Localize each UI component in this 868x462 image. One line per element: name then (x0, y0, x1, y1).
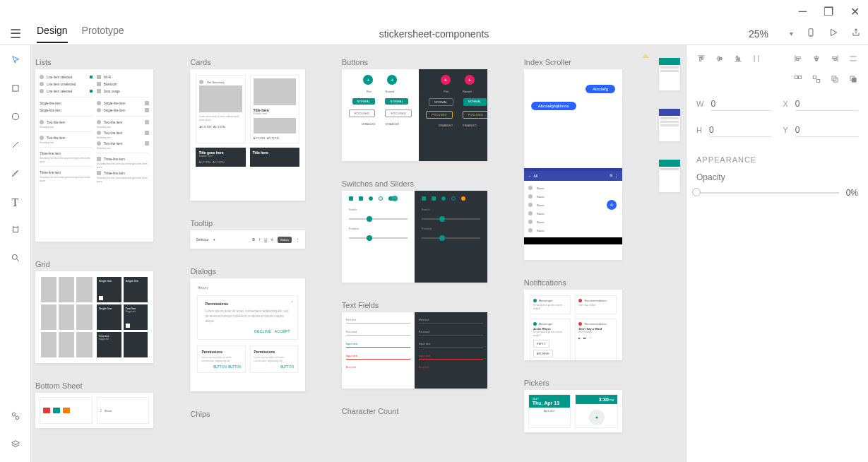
tab-prototype[interactable]: Prototype (82, 25, 124, 43)
svg-rect-40 (832, 76, 836, 81)
artboard-label-pickers[interactable]: Pickers (524, 379, 622, 387)
align-bottom-icon[interactable] (733, 54, 743, 66)
rectangle-tool-icon[interactable] (11, 83, 20, 96)
align-top-icon[interactable] (696, 54, 706, 66)
artboard-label-dialogs[interactable]: Dialogs (190, 267, 304, 276)
appearance-section-header: APPEARANCE (696, 155, 858, 164)
artboard-index-scroller[interactable]: Abcdefg Abcdefghijklmno ← All🔍 ⋮ Name Na… (524, 69, 622, 260)
layers-icon[interactable] (11, 439, 20, 452)
artboard-lists[interactable]: Line item selected Line item unselected … (35, 69, 153, 242)
design-canvas[interactable]: Lists Line item selected Line item unsel… (31, 45, 686, 462)
svg-rect-38 (813, 76, 816, 78)
svg-rect-33 (834, 59, 837, 61)
zoom-tool-icon[interactable] (11, 253, 20, 266)
opacity-value: 0% (846, 188, 858, 198)
artboard-label-index[interactable]: Index Scroller (524, 58, 622, 66)
properties-panel: W0 X0 H0 Y0 APPEARANCE Opacity 0% (686, 45, 868, 462)
window-maximize[interactable]: ❐ (824, 5, 833, 18)
svg-rect-22 (739, 58, 740, 61)
artboard-grid[interactable]: Single line Single line Single line Two … (35, 271, 153, 363)
ellipse-tool-icon[interactable] (11, 112, 20, 124)
svg-rect-36 (795, 76, 797, 78)
artboard-bottomsheet[interactable]: ⤴Share (35, 393, 153, 428)
artboard-switches[interactable]: Switch Position Switch Position (342, 191, 487, 283)
pen-tool-icon[interactable] (11, 168, 20, 181)
svg-rect-15 (700, 57, 701, 61)
subtract-icon[interactable] (830, 74, 840, 86)
artboard-dialogs[interactable]: History × Permissions Lorem ipsum dolor … (190, 278, 304, 391)
width-input[interactable]: 0 (711, 99, 771, 111)
svg-line-9 (16, 259, 18, 261)
opacity-slider[interactable] (696, 192, 839, 194)
window-close[interactable]: ✕ (850, 5, 860, 18)
artboard-tool-icon[interactable] (11, 225, 20, 237)
add-icon[interactable] (811, 74, 821, 86)
svg-rect-41 (833, 78, 838, 82)
height-input[interactable]: 0 (709, 125, 772, 137)
window-minimize[interactable]: ─ (799, 5, 807, 18)
align-hcenter-icon[interactable] (811, 54, 821, 66)
artboard-label-textfields[interactable]: Text Fields (342, 301, 487, 309)
svg-point-13 (595, 417, 598, 419)
artboard-mini-1[interactable] (659, 58, 680, 90)
svg-point-10 (12, 413, 16, 416)
svg-rect-37 (799, 76, 802, 78)
line-tool-icon[interactable] (11, 140, 20, 153)
artboard-cards[interactable]: The Summary Lorem ipsum dolor sit amet, … (190, 69, 304, 201)
artboard-mini-3[interactable] (659, 160, 680, 192)
svg-rect-21 (737, 57, 738, 61)
svg-rect-16 (702, 57, 703, 60)
artboard-textfields[interactable]: Hint text Focused Input text Input text … (342, 312, 487, 389)
artboard-label-cards[interactable]: Cards (190, 58, 304, 66)
distribute-v-icon[interactable] (751, 54, 761, 66)
distribute-h-icon[interactable] (848, 54, 858, 66)
svg-line-4 (12, 142, 18, 148)
align-right-icon[interactable] (830, 54, 840, 66)
align-vcenter-icon[interactable] (715, 54, 725, 66)
artboard-label-bottomsheet[interactable]: Bottom Sheet (35, 381, 153, 390)
device-preview-icon[interactable] (806, 28, 816, 40)
svg-rect-5 (13, 227, 18, 232)
artboard-label-tooltip[interactable]: Tooltip (190, 219, 304, 227)
artboard-label-buttons[interactable]: Buttons (342, 58, 487, 66)
share-icon[interactable] (851, 28, 861, 40)
svg-point-8 (12, 254, 17, 259)
zoom-dropdown[interactable]: 25% (749, 28, 793, 40)
artboard-tooltip[interactable]: Selector▾ B I U A Button ⋮ (190, 230, 304, 249)
artboard-label-notifications[interactable]: Notifications (524, 278, 622, 287)
align-left-icon[interactable] (793, 54, 803, 66)
svg-rect-32 (833, 57, 837, 59)
artboard-pickers[interactable]: 2017Thu, Apr 13 April 2017 3:30 PM (524, 390, 622, 432)
artboard-label-chips[interactable]: Chips (190, 410, 304, 418)
artboard-label-lists[interactable]: Lists (35, 58, 153, 66)
svg-rect-39 (817, 80, 820, 83)
artboard-buttons[interactable]: ++ FlatRaised NORMALNORMAL FOCUSEDFOCUSE… (342, 69, 487, 161)
artboard-label-charcount[interactable]: Character Count (342, 407, 487, 415)
text-tool-icon[interactable]: T (12, 196, 19, 209)
svg-rect-26 (797, 57, 801, 59)
repeat-grid-icon[interactable] (793, 74, 803, 86)
svg-rect-43 (852, 78, 856, 82)
symbols-icon[interactable] (11, 411, 20, 424)
svg-point-3 (12, 113, 18, 119)
hamburger-menu-icon[interactable]: ☰ (0, 26, 31, 42)
x-input[interactable]: 0 (795, 99, 858, 111)
svg-rect-2 (12, 85, 18, 91)
artboard-label-switches[interactable]: Switches and Sliders (342, 179, 487, 188)
select-tool-icon[interactable] (11, 55, 20, 68)
artboard-mini-2[interactable] (659, 109, 680, 141)
y-input[interactable]: 0 (795, 125, 858, 137)
tab-design[interactable]: Design (37, 25, 68, 43)
play-preview-icon[interactable] (828, 28, 838, 40)
intersect-icon[interactable] (848, 74, 858, 86)
svg-rect-27 (797, 59, 799, 61)
artboard-notifications[interactable]: MessengerDo you want to go see a movie t… (524, 290, 622, 360)
document-title: stickersheet-components (379, 28, 489, 40)
artboard-label-grid[interactable]: Grid (35, 260, 153, 268)
svg-point-11 (16, 416, 19, 420)
opacity-label: Opacity (696, 172, 858, 182)
